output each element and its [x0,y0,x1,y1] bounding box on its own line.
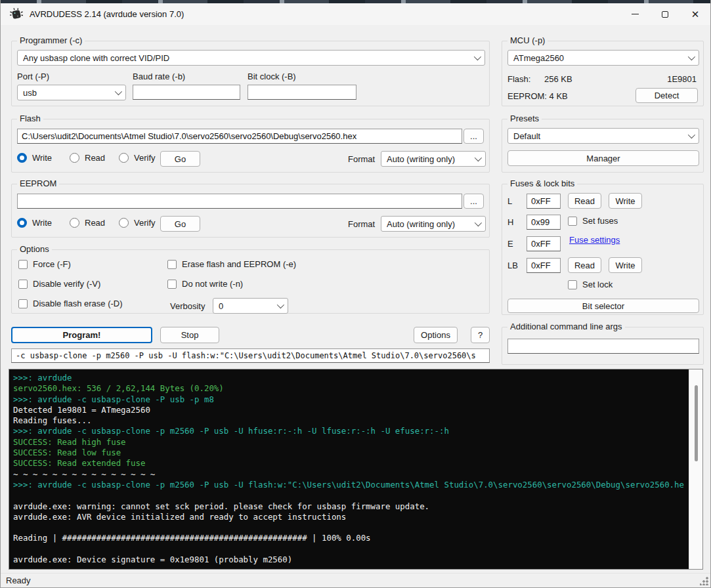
erase-flash-eeprom-label: Erase flash and EEPROM (-e) [182,259,296,269]
chevron-down-icon [475,154,482,161]
radio-icon [119,153,129,163]
console-line: >>>: avrdude -c usbasp-clone -P usb -p m… [13,394,685,405]
preset-manager-button[interactable]: Manager [507,150,699,166]
console-output[interactable]: >>>: avrdudeservo2560.hex: 536 / 2,62,14… [9,369,689,569]
presets-select[interactable]: Default [507,128,699,144]
eeprom-format-select[interactable]: Auto (writing only) [381,216,486,232]
eeprom-verify-label: Verify [134,218,156,228]
lock-write-button[interactable]: Write [609,257,642,273]
checkbox-icon [568,280,577,289]
set-lock-label: Set lock [582,280,613,289]
bit-clock-input[interactable] [248,85,356,100]
radio-icon [119,218,129,228]
mcu-group: MCU (-p) ATmega2560 Flash: 256 KB 1E9801… [502,41,704,106]
flash-go-button[interactable]: Go [160,151,200,167]
eeprom-read-radio[interactable]: Read [70,218,105,228]
flash-verify-label: Verify [134,153,156,163]
console-line [13,544,685,555]
flash-group: Flash ... Write Read Verify Go Format Au… [11,119,490,173]
radio-icon [70,153,79,163]
console-line: avrdude.exe: warning: cannot set sck per… [13,501,685,512]
eeprom-write-radio[interactable]: Write [17,218,52,228]
chevron-down-icon [277,301,284,308]
console-line [13,490,685,501]
fuse-settings-link[interactable]: Fuse settings [569,235,620,245]
baud-rate-input[interactable] [133,85,240,100]
port-select[interactable]: usb [17,85,126,100]
flash-browse-button[interactable]: ... [463,129,484,144]
eeprom-group: EEPROM ... Write Read Verify Go Format A… [11,184,490,238]
console-line: servo2560.hex: 536 / 2,62,144 Bytes (0.2… [13,383,685,394]
eeprom-file-input[interactable] [17,194,462,209]
chevron-down-icon [688,131,695,138]
resize-grip-icon[interactable] [700,577,708,585]
eeprom-format-value: Auto (writing only) [387,219,475,229]
checkbox-icon [18,260,28,269]
console-line: SUCCESS: Read high fuse [13,437,685,448]
verbosity-select[interactable]: 0 [213,298,288,314]
console-line: >>>: avrdude [13,373,685,383]
mcu-eeprom-label: EEPROM: 4 KB [507,91,568,101]
fuse-write-button[interactable]: Write [609,193,642,209]
chevron-down-icon [474,53,481,60]
close-button[interactable]: ✕ [680,3,710,25]
disable-verify-checkbox[interactable]: Disable verify (-V) [18,279,100,289]
minimize-button[interactable] [620,3,650,25]
fuse-read-button[interactable]: Read [568,193,601,209]
eeprom-browse-button[interactable]: ... [463,194,484,209]
flash-write-radio[interactable]: Write [17,153,52,163]
lock-read-button[interactable]: Read [568,257,601,273]
minimize-icon [632,14,639,14]
programmer-group: Programmer (-c) Any usbasp clone with co… [11,41,490,106]
app-chip-icon [10,8,23,21]
extra-args-input[interactable] [507,339,699,354]
command-line-preview[interactable] [11,348,490,363]
set-lock-checkbox[interactable]: Set lock [568,280,613,289]
presets-group-label: Presets [507,114,542,123]
flash-write-label: Write [32,153,52,163]
erase-flash-eeprom-checkbox[interactable]: Erase flash and EEPROM (-e) [167,259,296,269]
fuse-l-input[interactable] [527,194,561,209]
flash-format-value: Auto (writing only) [387,154,475,164]
lock-bits-label: LB [507,261,518,270]
help-button[interactable]: ? [471,327,490,343]
console: >>>: avrdudeservo2560.hex: 536 / 2,62,14… [9,369,703,570]
checkbox-icon [18,299,28,308]
force-checkbox[interactable]: Force (-F) [18,259,71,269]
disable-flash-erase-checkbox[interactable]: Disable flash erase (-D) [18,299,123,308]
eeprom-read-label: Read [85,218,105,228]
console-line: ~ ~ ~ ~ ~ ~ ~ ~ ~ ~ ~ ~ ~ ~ ~ [13,469,685,480]
presets-value: Default [513,131,688,141]
eeprom-verify-radio[interactable]: Verify [119,218,156,228]
flash-file-input[interactable] [17,129,462,144]
flash-verify-radio[interactable]: Verify [119,153,156,163]
stop-button[interactable]: Stop [160,327,219,343]
mcu-select[interactable]: ATmega2560 [507,50,699,66]
console-scrollbar[interactable] [689,369,702,569]
checkbox-icon [167,280,177,289]
chevron-down-icon [475,219,482,226]
fuse-h-label: H [507,217,513,227]
eeprom-go-button[interactable]: Go [160,216,200,232]
detect-button[interactable]: Detect [636,88,698,103]
bit-clock-label: Bit clock (-B) [248,72,296,81]
fuse-e-input[interactable] [527,236,561,251]
options-group: Options Force (-F) Disable verify (-V) D… [11,249,490,314]
fuse-h-input[interactable] [527,215,561,230]
scrollbar-thumb[interactable] [695,385,698,461]
do-not-write-checkbox[interactable]: Do not write (-n) [167,279,243,289]
fuse-e-label: E [507,239,513,249]
program-button[interactable]: Program! [11,327,152,343]
flash-read-radio[interactable]: Read [70,153,105,163]
radio-icon [70,218,79,228]
lock-bits-input[interactable] [527,258,561,273]
options-button[interactable]: Options [414,327,458,343]
console-line: avrdude.exe: AVR device initialized and … [13,512,685,522]
programmer-select[interactable]: Any usbasp clone with correct VID/PID [17,50,485,66]
maximize-button[interactable] [650,3,680,25]
flash-format-select[interactable]: Auto (writing only) [381,151,486,167]
disable-verify-label: Disable verify (-V) [33,279,100,289]
set-fuses-checkbox[interactable]: Set fuses [568,216,618,226]
bit-selector-button[interactable]: Bit selector [507,299,699,313]
fuse-l-label: L [507,196,512,206]
